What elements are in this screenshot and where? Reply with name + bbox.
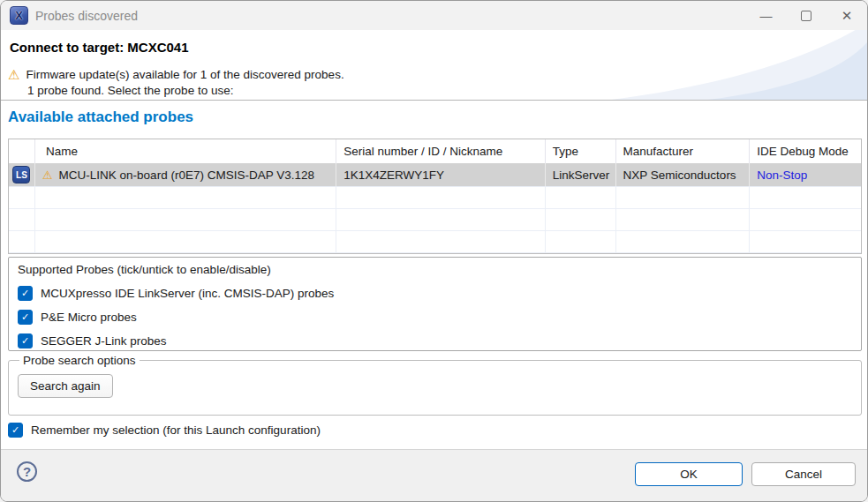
maximize-button[interactable] <box>786 1 826 30</box>
header-gradient-decoration <box>487 30 867 100</box>
remember-selection-option[interactable]: ✓ Remember my selection (for this Launch… <box>8 423 321 438</box>
check-icon: ✓ <box>21 334 29 348</box>
linkserver-probes-option[interactable]: ✓ MCUXpresso IDE LinkServer (inc. CMSIS-… <box>18 281 852 305</box>
button-bar: ? OK Cancel <box>1 449 867 502</box>
probe-found-text: 1 probe found. Select the probe to use: <box>27 84 233 97</box>
search-again-button[interactable]: Search again <box>18 374 113 398</box>
help-icon: ? <box>23 464 31 479</box>
maximize-icon <box>801 11 811 21</box>
probe-type: LinkServer <box>546 163 616 186</box>
supported-probes-group: Supported Probes (tick/untick to enable/… <box>8 257 862 351</box>
probe-manufacturer: NXP Semiconductors <box>616 163 751 186</box>
mcuxpresso-logo-icon: X <box>10 6 28 25</box>
ok-button[interactable]: OK <box>635 462 743 486</box>
firmware-warning-text: Firmware update(s) available for 1 of th… <box>26 68 343 81</box>
available-probes-heading: Available attached probes <box>8 109 193 126</box>
probe-serial: 1K1X4ZERWY1FY <box>336 163 546 186</box>
column-header-type[interactable]: Type <box>546 139 616 163</box>
table-header-row: Name Serial number / ID / Nickname Type … <box>9 139 861 163</box>
empty-table-row <box>9 208 861 230</box>
empty-table-row <box>9 252 861 253</box>
pemicro-checkbox[interactable]: ✓ <box>18 310 33 325</box>
remember-selection-label: Remember my selection (for this Launch c… <box>31 423 321 437</box>
check-icon: ✓ <box>21 287 29 300</box>
column-header-manufacturer[interactable]: Manufacturer <box>616 139 751 163</box>
title-bar: X Probes discovered — ✕ <box>1 1 867 30</box>
segger-checkbox-label: SEGGER J-Link probes <box>41 334 167 348</box>
linkserver-probe-icon: LS <box>12 166 30 184</box>
check-icon: ✓ <box>21 311 29 324</box>
probe-table-row-selected[interactable]: LS ⚠ MCU-LINK on-board (r0E7) CMSIS-DAP … <box>9 163 861 186</box>
close-button[interactable]: ✕ <box>826 1 867 30</box>
pemicro-probes-option[interactable]: ✓ P&E Micro probes <box>18 305 852 329</box>
minimize-icon: — <box>760 9 772 23</box>
segger-checkbox[interactable]: ✓ <box>18 333 33 348</box>
probe-search-options-group: Probe search options Search again <box>8 354 862 416</box>
empty-table-row <box>9 230 861 252</box>
column-header-ide-debug-mode[interactable]: IDE Debug Mode <box>750 139 861 163</box>
linkserver-checkbox-label: MCUXpresso IDE LinkServer (inc. CMSIS-DA… <box>41 287 334 300</box>
empty-table-row <box>9 186 861 208</box>
probe-search-options-legend: Probe search options <box>19 354 140 367</box>
probe-table: Name Serial number / ID / Nickname Type … <box>8 139 862 254</box>
warning-icon: ⚠ <box>8 68 19 81</box>
cancel-button[interactable]: Cancel <box>751 462 856 486</box>
linkserver-checkbox[interactable]: ✓ <box>18 286 33 301</box>
help-button[interactable]: ? <box>17 461 37 482</box>
segger-probes-option[interactable]: ✓ SEGGER J-Link probes <box>18 329 852 353</box>
ide-debug-mode-value[interactable]: Non-Stop <box>757 169 807 182</box>
close-icon: ✕ <box>842 8 853 24</box>
pemicro-checkbox-label: P&E Micro probes <box>41 311 137 324</box>
supported-probes-label: Supported Probes (tick/untick to enable/… <box>18 263 852 276</box>
check-icon: ✓ <box>11 423 19 437</box>
column-header-name[interactable]: Name <box>35 139 336 163</box>
window-controls: — ✕ <box>745 1 867 30</box>
probe-name: MCU-LINK on-board (r0E7) CMSIS-DAP V3.12… <box>59 169 314 182</box>
column-header-serial[interactable]: Serial number / ID / Nickname <box>336 139 546 163</box>
firmware-warning-icon: ⚠ <box>42 169 53 182</box>
dialog-header: Connect to target: MCXC041 ⚠ Firmware up… <box>1 30 867 101</box>
connect-target-title: Connect to target: MCXC041 <box>10 40 189 55</box>
minimize-button[interactable]: — <box>745 1 786 30</box>
window-title: Probes discovered <box>35 9 138 23</box>
column-header-icon <box>9 139 35 163</box>
remember-selection-checkbox[interactable]: ✓ <box>8 423 23 438</box>
probes-discovered-dialog: X Probes discovered — ✕ Connect to targe… <box>0 0 868 502</box>
